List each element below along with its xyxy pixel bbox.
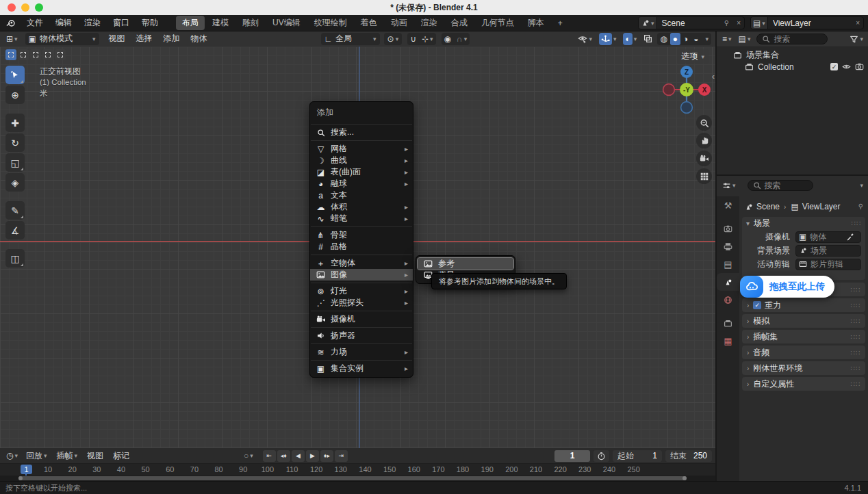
workspace-tab[interactable]: + [552, 17, 569, 29]
render-tab[interactable] [717, 220, 739, 237]
camera-view-button[interactable] [696, 151, 712, 166]
workspace-tab[interactable]: 布局 [176, 16, 205, 30]
next-keyframe-button[interactable]: ♦▸ [320, 450, 333, 462]
scene-name[interactable]: Scene [657, 18, 723, 28]
panel-header-刚体世界环境[interactable]: ›刚体世界环境∷∷ [742, 361, 865, 375]
panel-header-重力[interactable]: ›✓重力∷∷ [742, 298, 865, 312]
workspace-tab[interactable]: 雕刻 [236, 16, 265, 30]
timeline-editor-type-button[interactable]: ◷▾ [3, 450, 21, 462]
panel-header-模拟[interactable]: ›模拟∷∷ [742, 314, 865, 328]
falloff-button[interactable]: ∩▾ [454, 33, 470, 45]
overlays-dropdown[interactable]: ◐▾ [620, 33, 640, 45]
shading-wireframe-button[interactable]: ◍ [657, 33, 669, 45]
play-reverse-button[interactable]: ◀ [292, 450, 305, 462]
shading-rendered-button[interactable]: ◒ [691, 33, 701, 45]
shading-material-button[interactable]: ◑ [680, 33, 691, 45]
viewport-menu-item[interactable]: 视图 [103, 33, 131, 44]
panel-header-音频[interactable]: ›音频∷∷ [742, 346, 865, 359]
add-menu-item[interactable]: 图像▸ [310, 269, 413, 281]
snap-target-button[interactable]: ⊹▾ [419, 33, 436, 45]
mode-selector[interactable]: ▣物体模式▾ [25, 33, 99, 45]
tool-tab[interactable]: ⚒ [717, 196, 739, 214]
timeline-menu-item[interactable]: 插帧 ▾ [52, 450, 83, 462]
xray-toggle[interactable] [640, 33, 656, 45]
editor-type-button[interactable]: ⊞▾ [3, 33, 21, 45]
add-menu-item[interactable]: ▽网格▸ [310, 143, 413, 155]
add-menu-item[interactable]: ⋰光照探头▸ [310, 297, 413, 309]
texture-tab[interactable]: ▦ [717, 332, 739, 350]
snap-toggle[interactable]: ∪ [407, 33, 419, 45]
collection-checkbox[interactable]: ✓ [830, 63, 838, 70]
outliner-search-input[interactable]: 搜索 [756, 34, 828, 44]
add-menu-item[interactable]: 摄像机 [310, 313, 413, 325]
outliner-row[interactable]: Collection✓ [717, 61, 868, 73]
eye-icon[interactable] [842, 62, 851, 71]
outliner-filter-id-button[interactable]: ▤▾ [735, 33, 754, 45]
add-menu-item[interactable]: ☁体积▸ [310, 201, 413, 213]
timeline-menu-item[interactable]: 回放 ▾ [21, 450, 52, 462]
viewport-menu-item[interactable]: 选择 [131, 33, 158, 44]
navigation-gizmo[interactable]: Z X -Y [661, 64, 712, 115]
jump-to-start-button[interactable]: ⇤ [263, 450, 276, 462]
remove-viewlayer-icon[interactable]: × [852, 19, 863, 27]
menubar-item[interactable]: 编辑 [49, 15, 78, 31]
play-button[interactable]: ▶ [306, 450, 319, 462]
pin-icon[interactable]: ⚲ [723, 20, 730, 27]
zoom-view-button[interactable] [696, 115, 712, 131]
workspace-tab[interactable]: 合成 [445, 16, 474, 30]
breadcrumb-viewlayer[interactable]: ViewLayer [802, 202, 841, 211]
menubar-item[interactable]: 文件 [21, 15, 49, 31]
viewport-menu-item[interactable]: 物体 [186, 33, 213, 44]
menubar-item[interactable]: 帮助 [136, 15, 164, 31]
ortho-toggle-button[interactable] [696, 168, 712, 184]
shading-solid-button[interactable]: ● [670, 33, 680, 45]
select-subtract-button[interactable] [30, 49, 41, 60]
use-preview-range-button[interactable] [593, 450, 609, 462]
scene-panel-header[interactable]: ▾场景∷∷ [742, 217, 865, 230]
add-menu-item[interactable]: ☽曲线▸ [310, 155, 413, 166]
workspace-tab[interactable]: 纹理绘制 [308, 16, 353, 30]
timeline-scrollbar[interactable] [18, 476, 687, 480]
timeline-menu-item[interactable]: 标记 [108, 450, 134, 462]
workspace-tab[interactable]: 脚本 [522, 16, 550, 30]
add-menu-item[interactable]: ≋力场▸ [310, 346, 413, 358]
scale-tool[interactable]: ◱ [5, 153, 25, 172]
blender-logo-icon[interactable] [6, 18, 16, 28]
add-menu-item[interactable]: 搜索... [310, 127, 413, 138]
shading-options-button[interactable]: ▾ [701, 33, 711, 45]
workspace-tab[interactable]: 渲染 [415, 16, 444, 30]
workspace-tab[interactable]: 着色 [355, 16, 383, 30]
select-new-button[interactable] [5, 49, 16, 60]
select-intersect-button[interactable] [55, 49, 66, 60]
outliner-display-mode-button[interactable]: ≡▾ [719, 33, 735, 45]
gizmos-dropdown[interactable]: ▾ [596, 33, 620, 45]
keying-record-icon[interactable]: ○ [244, 452, 248, 460]
camera-restrict-icon[interactable] [855, 62, 864, 71]
outliner-filter-button[interactable]: ▾ [846, 33, 867, 45]
add-menu-item[interactable]: ◕融球▸ [310, 178, 413, 190]
workspace-tab[interactable]: 几何节点 [475, 16, 520, 30]
add-menu-item[interactable]: ◪表(曲)面▸ [310, 166, 413, 178]
menubar-item[interactable]: 渲染 [78, 15, 107, 31]
add-menu-item[interactable]: #晶格 [310, 241, 413, 252]
viewlayer-name[interactable]: ViewLayer [768, 18, 850, 28]
add-menu-item[interactable]: ⊚灯光▸ [310, 285, 413, 297]
collection-tab[interactable] [717, 314, 739, 332]
eyedropper-icon[interactable] [846, 233, 854, 241]
submenu-item[interactable]: 参考 [418, 258, 513, 270]
select-invert-button[interactable] [42, 49, 53, 60]
annotate-tool[interactable]: ✎ [5, 201, 25, 220]
keying-set-dropdown[interactable]: ▾ [250, 452, 253, 459]
view-layer-tab[interactable]: ▤ [717, 255, 739, 273]
add-menu-item[interactable]: ∿蜡笔▸ [310, 213, 413, 224]
move-tool[interactable]: ✚ [5, 114, 25, 132]
3d-viewport[interactable]: ⊕✚↻◱◈✎∡◫ 正交前视图 (1) Collection 米 选项 ▾ ‹ Z… [0, 47, 715, 448]
panel-header-自定义属性[interactable]: ›自定义属性∷∷ [742, 377, 865, 391]
measure-tool[interactable]: ∡ [5, 221, 25, 239]
transform-orientation-selector[interactable]: ∟全局▾ [321, 33, 380, 45]
outliner-row[interactable]: 场景集合 [717, 49, 868, 61]
unlink-scene-icon[interactable]: × [733, 19, 744, 27]
transform-tool[interactable]: ◈ [5, 173, 25, 192]
current-frame-field[interactable]: 1 [554, 450, 590, 462]
frame-end-field[interactable]: 结束250 [665, 450, 712, 462]
